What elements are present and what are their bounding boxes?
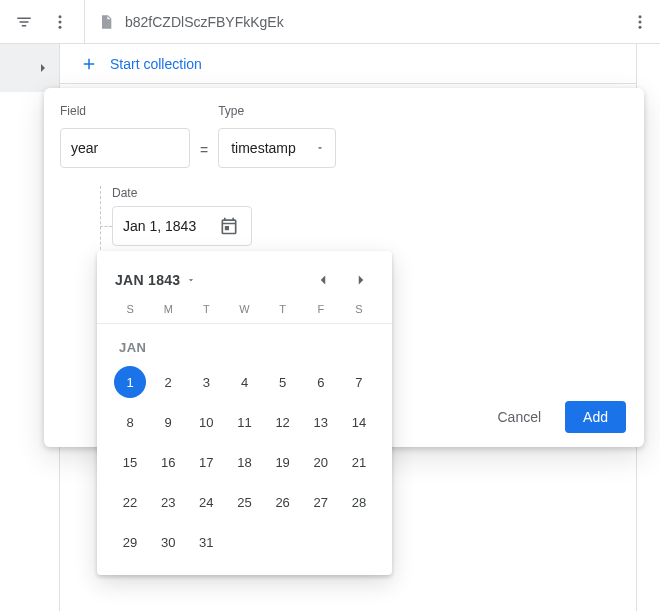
rail-item-selected[interactable] xyxy=(0,44,59,92)
day-17[interactable]: 17 xyxy=(187,445,225,479)
cancel-button[interactable]: Cancel xyxy=(487,401,551,433)
day-30[interactable]: 30 xyxy=(149,525,187,559)
calendar-icon[interactable] xyxy=(219,216,239,236)
document-icon xyxy=(97,13,115,31)
day-14[interactable]: 14 xyxy=(340,405,378,439)
day-4[interactable]: 4 xyxy=(225,365,263,399)
date-text-input[interactable] xyxy=(123,218,213,234)
field-name-input[interactable] xyxy=(60,128,190,168)
day-1[interactable]: 1 xyxy=(111,365,149,399)
day-8[interactable]: 8 xyxy=(111,405,149,439)
day-26[interactable]: 26 xyxy=(264,485,302,519)
day-2[interactable]: 2 xyxy=(149,365,187,399)
dow: T xyxy=(264,303,302,315)
day-24[interactable]: 24 xyxy=(187,485,225,519)
day-23[interactable]: 23 xyxy=(149,485,187,519)
type-label: Type xyxy=(218,104,336,118)
add-button[interactable]: Add xyxy=(565,401,626,433)
chevron-right-icon xyxy=(35,60,51,76)
field-label: Field xyxy=(60,104,190,118)
calendar-month-year-button[interactable]: JAN 1843 xyxy=(115,272,196,288)
day-11[interactable]: 11 xyxy=(225,405,263,439)
prev-month-button[interactable] xyxy=(310,267,336,293)
date-label: Date xyxy=(112,186,644,200)
document-chip[interactable]: b82fCZDlSczFBYFkKgEk xyxy=(85,13,296,31)
day-of-week-header: S M T W T F S xyxy=(109,303,380,323)
day-21[interactable]: 21 xyxy=(340,445,378,479)
type-select[interactable]: timestamp xyxy=(218,128,336,168)
day-28[interactable]: 28 xyxy=(340,485,378,519)
next-month-button[interactable] xyxy=(348,267,374,293)
day-5[interactable]: 5 xyxy=(264,365,302,399)
day-19[interactable]: 19 xyxy=(264,445,302,479)
add-label: Add xyxy=(583,409,608,425)
calendar-title: JAN 1843 xyxy=(115,272,180,288)
day-31[interactable]: 31 xyxy=(187,525,225,559)
day-3[interactable]: 3 xyxy=(187,365,225,399)
dow: M xyxy=(149,303,187,315)
day-6[interactable]: 6 xyxy=(302,365,340,399)
filter-list-icon[interactable] xyxy=(8,6,40,38)
day-25[interactable]: 25 xyxy=(225,485,263,519)
calendar-grid: 1234567891011121314151617181920212223242… xyxy=(109,365,380,559)
start-collection-button[interactable]: Start collection xyxy=(60,44,636,84)
day-29[interactable]: 29 xyxy=(111,525,149,559)
day-18[interactable]: 18 xyxy=(225,445,263,479)
dow: F xyxy=(302,303,340,315)
day-16[interactable]: 16 xyxy=(149,445,187,479)
dow: T xyxy=(187,303,225,315)
day-13[interactable]: 13 xyxy=(302,405,340,439)
dow: S xyxy=(340,303,378,315)
caret-down-icon xyxy=(186,275,196,285)
start-collection-label: Start collection xyxy=(110,56,202,72)
date-picker-popover: JAN 1843 S M T W T F S JAN 1234567891011… xyxy=(97,251,392,575)
svg-point-0 xyxy=(59,15,62,18)
day-12[interactable]: 12 xyxy=(264,405,302,439)
svg-point-5 xyxy=(639,25,642,28)
date-input[interactable] xyxy=(112,206,252,246)
day-10[interactable]: 10 xyxy=(187,405,225,439)
day-22[interactable]: 22 xyxy=(111,485,149,519)
plus-icon xyxy=(80,55,98,73)
svg-point-2 xyxy=(59,25,62,28)
day-20[interactable]: 20 xyxy=(302,445,340,479)
equals-sign: = xyxy=(200,142,208,168)
day-7[interactable]: 7 xyxy=(340,365,378,399)
type-select-value: timestamp xyxy=(231,140,296,156)
svg-point-3 xyxy=(639,15,642,18)
svg-point-4 xyxy=(639,20,642,23)
day-15[interactable]: 15 xyxy=(111,445,149,479)
more-vert-right-icon[interactable] xyxy=(624,6,656,38)
more-vert-icon[interactable] xyxy=(44,6,76,38)
dow: S xyxy=(111,303,149,315)
dow: W xyxy=(225,303,263,315)
day-27[interactable]: 27 xyxy=(302,485,340,519)
svg-point-1 xyxy=(59,20,62,23)
document-id: b82fCZDlSczFBYFkKgEk xyxy=(125,14,284,30)
calendar-month-label: JAN xyxy=(109,332,380,365)
day-9[interactable]: 9 xyxy=(149,405,187,439)
caret-down-icon xyxy=(315,143,325,153)
cancel-label: Cancel xyxy=(497,409,541,425)
